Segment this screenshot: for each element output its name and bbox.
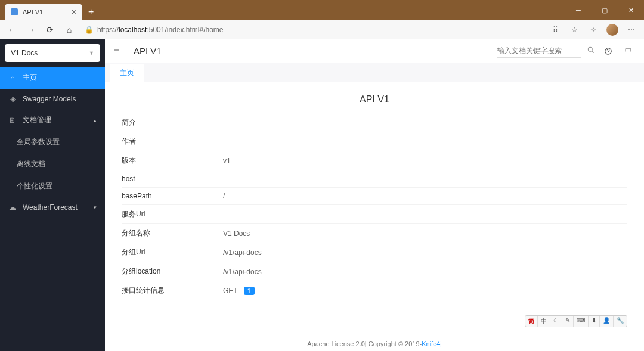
sidebar-item-label: Swagger Models	[23, 95, 76, 103]
search-wrapper	[497, 44, 581, 58]
close-window-button[interactable]: ✕	[618, 0, 644, 20]
ime-toolbar[interactable]: 简 中 ☾ ✎ ⌨ ⬇ 👤 🔧	[525, 315, 627, 327]
search-input[interactable]	[497, 46, 587, 55]
info-row-serviceurl: 服务Url	[122, 205, 627, 224]
doc-icon: 🗎	[8, 116, 17, 125]
lock-icon: 🔒	[85, 26, 94, 34]
chevron-down-icon: ▾	[94, 204, 97, 210]
sidebar: V1 Docs ▼ ⌂ 主页 ◈ Swagger Models 🗎 文档管理 ▴…	[0, 39, 105, 351]
app-title: API V1	[134, 46, 162, 56]
ime-btn[interactable]: 简	[525, 316, 538, 327]
window-controls: ─ ▢ ✕	[565, 0, 644, 20]
sidebar-item-swagger-models[interactable]: ◈ Swagger Models	[0, 89, 105, 109]
main: API V1 中 主页 API V1 简介 作者 版本v1 hos	[105, 39, 644, 351]
new-tab-button[interactable]: +	[82, 4, 100, 20]
info-row-stats: 接口统计信息 GET 1	[122, 281, 627, 300]
tab-strip: 主页	[105, 63, 644, 82]
page-title: API V1	[122, 88, 627, 113]
doc-select-label: V1 Docs	[11, 49, 38, 57]
sidebar-item-label: WeatherForecast	[23, 203, 78, 212]
back-button[interactable]: ←	[4, 21, 20, 38]
url-text: https://localhost:5001/index.html#/home	[97, 26, 224, 34]
forward-button[interactable]: →	[23, 21, 39, 38]
info-row-author: 作者	[122, 132, 627, 151]
ime-btn[interactable]: 👤	[600, 316, 614, 327]
browser-addressbar: ← → ⟳ ⌂ 🔒 https://localhost:5001/index.h…	[0, 20, 644, 39]
browser-toolbar-icons: ⠿ ☆ ✧ ⋯	[546, 21, 640, 38]
tab-close-icon[interactable]: ×	[72, 7, 76, 17]
footer-license: Apache License 2.0	[307, 340, 365, 347]
cube-icon: ◈	[8, 95, 17, 103]
maximize-button[interactable]: ▢	[592, 0, 618, 20]
stats-label: 接口统计信息	[122, 285, 223, 296]
home-button[interactable]: ⌂	[61, 21, 78, 38]
minimize-button[interactable]: ─	[565, 0, 592, 20]
url-box[interactable]: 🔒 https://localhost:5001/index.html#/hom…	[80, 26, 544, 34]
ime-btn[interactable]: 🔧	[614, 316, 627, 327]
stats-method: GET	[223, 287, 238, 295]
info-row-groupname: 分组名称V1 Docs	[122, 224, 627, 243]
tab-title: API V1	[23, 8, 43, 15]
info-row-host: host	[122, 170, 627, 188]
svg-point-0	[588, 47, 592, 51]
ime-btn[interactable]: ✎	[562, 316, 574, 327]
sidebar-item-label: 主页	[23, 73, 37, 83]
doc-select[interactable]: V1 Docs ▼	[5, 44, 100, 62]
profile-avatar[interactable]	[603, 21, 621, 38]
favorite-icon[interactable]: ☆	[565, 21, 583, 38]
sidebar-item-weatherforecast[interactable]: ☁ WeatherForecast ▾	[0, 197, 105, 218]
search-icon[interactable]	[587, 46, 595, 56]
stats-count-badge: 1	[244, 287, 255, 295]
more-icon[interactable]: ⋯	[623, 21, 640, 38]
sidebar-subitem-personalization[interactable]: 个性化设置	[0, 175, 105, 197]
app-root: V1 Docs ▼ ⌂ 主页 ◈ Swagger Models 🗎 文档管理 ▴…	[0, 39, 644, 351]
info-row-groupurl: 分组Url/v1/api-docs	[122, 243, 627, 262]
cloud-icon: ☁	[8, 203, 17, 212]
info-row-basepath: basePath/	[122, 188, 627, 205]
sidebar-item-home[interactable]: ⌂ 主页	[0, 67, 105, 89]
tab-home[interactable]: 主页	[110, 64, 144, 82]
lang-toggle[interactable]: 中	[621, 44, 636, 58]
info-row-grouplocation: 分组location/v1/api-docs	[122, 262, 627, 281]
refresh-button[interactable]: ⟳	[42, 21, 58, 38]
footer: Apache License 2.0 | Copyright © 2019- K…	[105, 336, 644, 351]
sidebar-subitem-global-params[interactable]: 全局参数设置	[0, 131, 105, 153]
chevron-down-icon: ▼	[89, 50, 94, 56]
browser-titlebar: API V1 × + ─ ▢ ✕	[0, 0, 644, 20]
translate-icon[interactable]: ⠿	[546, 21, 564, 38]
footer-copy: | Copyright © 2019-	[365, 340, 422, 347]
footer-link[interactable]: Knife4j	[422, 340, 442, 347]
ime-btn[interactable]: ⬇	[589, 316, 600, 327]
ime-btn[interactable]: ☾	[550, 316, 562, 327]
content: API V1 简介 作者 版本v1 host basePath/ 服务Url 分…	[105, 82, 644, 336]
topbar: API V1 中	[105, 39, 644, 63]
ime-btn[interactable]: 中	[538, 316, 550, 327]
menu-toggle-icon[interactable]	[113, 46, 125, 56]
info-row-version: 版本v1	[122, 151, 627, 170]
collections-icon[interactable]: ✧	[584, 21, 602, 38]
help-icon[interactable]	[601, 44, 615, 58]
tab-favicon-icon	[11, 8, 18, 15]
info-row-intro: 简介	[122, 113, 627, 132]
browser-tab[interactable]: API V1 ×	[5, 4, 82, 20]
sidebar-item-label: 文档管理	[23, 115, 51, 125]
sidebar-subitem-offline-doc[interactable]: 离线文档	[0, 153, 105, 175]
chevron-up-icon: ▴	[94, 117, 97, 123]
sidebar-item-doc-manage[interactable]: 🗎 文档管理 ▴	[0, 109, 105, 131]
ime-btn[interactable]: ⌨	[574, 316, 589, 327]
home-icon: ⌂	[8, 74, 17, 82]
